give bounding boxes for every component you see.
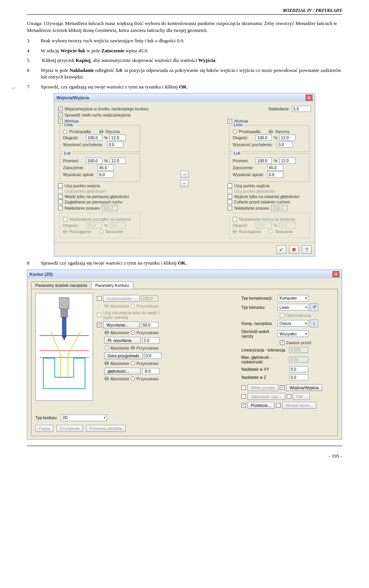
rb-exit-shr xyxy=(269,230,273,234)
ok-button[interactable]: ✔ xyxy=(276,245,286,254)
tab-contour[interactable]: Parametry Konturu xyxy=(91,282,133,289)
cb-entry-adj[interactable] xyxy=(63,217,68,222)
grp-entry-line: Linia Prostopadła Styczna Długość: 100.0… xyxy=(60,125,140,152)
cb-entry-feedover[interactable] xyxy=(58,206,63,210)
btn-leadio[interactable]: Wejścia/Wyjścia xyxy=(286,384,322,391)
rb-retp-inc[interactable] xyxy=(131,346,135,350)
rb-exit-ext xyxy=(233,230,237,234)
step-7: 7Sprawdź, czy zgadzają się twoje wartośc… xyxy=(34,83,342,90)
btn-topstock[interactable]: Góra przygotówki xyxy=(104,352,143,359)
cb-retract[interactable]: ✓ xyxy=(97,323,101,327)
lbl-entry-pt: Użyj punktu wejścia xyxy=(65,183,100,188)
cb-exit-pt[interactable] xyxy=(228,183,232,188)
tab-toolpath[interactable]: Parametry ścieżek narzędzia xyxy=(31,282,91,289)
lbl-abs4: Absolutnie xyxy=(110,361,129,366)
cb-exit-feedover[interactable] xyxy=(228,206,232,210)
svg-rect-1 xyxy=(61,309,68,317)
cb-depthcuts[interactable] xyxy=(241,394,246,399)
overlap-field[interactable]: 5.0 xyxy=(292,106,311,112)
lbl-abs1: Absolutnie xyxy=(110,304,129,308)
sel-toolcomp[interactable]: Ostrze xyxy=(278,320,308,326)
exit-helix[interactable]: 0.0 xyxy=(267,172,283,178)
rb-top-inc[interactable] xyxy=(131,361,135,365)
cb-entry-pt[interactable] xyxy=(58,183,63,188)
cb-filter[interactable] xyxy=(287,394,291,399)
entry-len-pct[interactable]: 100.0 xyxy=(86,135,102,141)
copy-left-button[interactable]: ← xyxy=(180,180,189,187)
cb-entry-first[interactable] xyxy=(58,194,63,199)
cb-entry-plunge[interactable] xyxy=(58,200,63,204)
sel-contourtype[interactable]: 2D xyxy=(61,415,107,421)
lbl-exit-adj: Nastawianie końca na konturze xyxy=(239,217,295,222)
rb-depth-inc[interactable] xyxy=(131,376,135,381)
topstock-val[interactable]: 0.0 xyxy=(144,353,161,359)
cb-center[interactable]: ✓ xyxy=(58,107,63,111)
legend-exit-line: Linia xyxy=(233,122,243,127)
btn-clean: Oczyszczanie xyxy=(103,295,140,302)
rb-entry-shr xyxy=(99,230,103,234)
depth-val[interactable]: -8.0 xyxy=(142,368,160,374)
entry-sweep[interactable]: 45.0 xyxy=(98,165,114,171)
lbl-pct: % xyxy=(104,135,108,140)
footer-rule xyxy=(27,446,342,446)
exit-rad-pct[interactable]: 100.0 xyxy=(256,158,272,164)
rb-retp-abs[interactable] xyxy=(105,346,109,350)
btn-multi: Wiele przejść xyxy=(248,384,278,391)
btn-depth[interactable]: głębokość... xyxy=(104,368,141,375)
cb-break[interactable]: ✓ xyxy=(241,403,246,408)
rb-retr-inc[interactable] xyxy=(131,330,135,335)
sel-comp[interactable]: Komputer xyxy=(278,295,308,301)
nz-val[interactable]: 0.0 xyxy=(289,374,308,380)
sel-corner[interactable]: Wszystko xyxy=(278,330,308,337)
copy-right-button[interactable]: → xyxy=(180,171,189,178)
rb-entry-perp[interactable] xyxy=(63,130,67,134)
entry-rad-pct[interactable]: 100.0 xyxy=(86,158,102,164)
retrplane-val[interactable]: 2.0 xyxy=(142,337,160,343)
rb-clean-inc xyxy=(131,304,135,308)
btn-retract[interactable]: Wycofanie... xyxy=(103,321,140,328)
entry-len-abs[interactable]: 12.0 xyxy=(110,135,126,141)
cb-check[interactable]: ✓ xyxy=(58,113,63,117)
btn-break[interactable]: Przebicie... xyxy=(248,402,274,409)
cb-tabs[interactable] xyxy=(276,403,281,408)
cb-exit-adj[interactable] xyxy=(233,217,237,222)
exit-adj-abs: 9.0 xyxy=(279,222,296,228)
lbl-pct4: % xyxy=(274,135,277,140)
cb-exit-retract[interactable] xyxy=(228,200,232,204)
cb-leadio[interactable]: ✓ xyxy=(280,385,284,390)
cb-clean[interactable] xyxy=(97,296,101,301)
entry-rad-abs[interactable]: 12.0 xyxy=(110,158,126,164)
close-icon[interactable]: ✕ xyxy=(306,95,312,101)
rb-exit-perp[interactable] xyxy=(233,130,237,134)
exit-sweep[interactable]: 45.0 xyxy=(267,165,283,171)
sel-dir[interactable]: Lewo xyxy=(278,304,308,310)
entry-helix[interactable]: 0.0 xyxy=(98,172,114,178)
exit-rad-abs[interactable]: 12.0 xyxy=(279,158,296,164)
toolcomp-icon: ⎀ xyxy=(310,320,318,327)
cb-entry-enable[interactable]: ✓ xyxy=(58,119,63,123)
svg-rect-2 xyxy=(62,317,66,336)
lbl-pct5: % xyxy=(274,158,277,163)
exit-len-abs[interactable]: 12.0 xyxy=(279,135,296,141)
close-icon-contour[interactable]: ✕ xyxy=(332,271,339,277)
rb-entry-tang[interactable] xyxy=(99,130,103,134)
nxy-val[interactable]: 0.0 xyxy=(289,366,308,372)
rb-exit-tang[interactable] xyxy=(269,130,273,134)
rb-retr-abs[interactable] xyxy=(105,330,109,335)
btn-retrplane[interactable]: Pł. wycofania xyxy=(104,337,141,344)
retract-val[interactable]: 50.0 xyxy=(141,322,158,328)
step-8: 8Sprawdź czy zgadzają się twoje wartości… xyxy=(34,260,342,267)
lbl-exit-perp: Prostopadła xyxy=(239,129,260,134)
help-button[interactable]: ? xyxy=(302,245,312,254)
cb-exit-enable[interactable]: ✓ xyxy=(228,119,232,123)
cb-exit-last[interactable] xyxy=(228,194,232,199)
entry-ang[interactable]: 0.0 xyxy=(107,142,123,148)
cancel-button[interactable]: ✖ xyxy=(289,245,299,254)
rb-top-abs[interactable] xyxy=(105,361,109,365)
btn-tabs: Mostek techn... xyxy=(282,402,316,409)
cb-multi[interactable] xyxy=(241,385,246,390)
cb-always[interactable]: ✓ xyxy=(280,340,284,345)
rb-depth-abs[interactable] xyxy=(105,376,109,381)
exit-ang[interactable]: 0.0 xyxy=(277,142,293,148)
exit-len-pct[interactable]: 100.0 xyxy=(256,135,272,141)
